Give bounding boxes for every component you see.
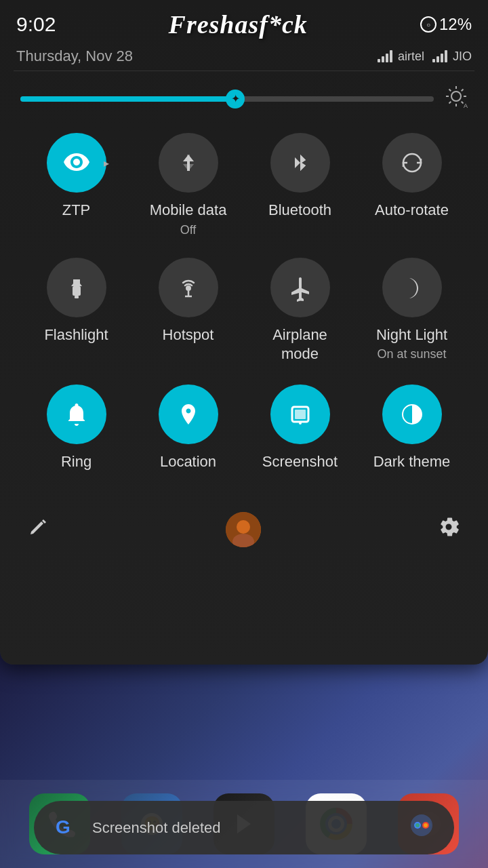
- google-icon: G: [54, 814, 81, 842]
- tiles-row-1: ▸ ZTP Mobile data Off: [20, 133, 468, 237]
- tile-ring-circle[interactable]: [47, 384, 106, 444]
- svg-rect-16: [295, 410, 306, 419]
- tile-ztp-circle[interactable]: ▸: [47, 133, 106, 193]
- tile-location[interactable]: Location: [141, 384, 236, 472]
- airtel-label: airtel: [398, 50, 424, 64]
- tile-hotspot[interactable]: Hotspot: [141, 258, 236, 364]
- svg-point-35: [424, 823, 428, 827]
- svg-point-0: [451, 92, 461, 101]
- tile-nightlight-circle[interactable]: [382, 258, 442, 317]
- svg-point-20: [237, 520, 250, 534]
- brightness-max-icon: A: [445, 85, 468, 113]
- brightness-thumb[interactable]: ✦: [226, 90, 245, 108]
- quick-tiles: ▸ ZTP Mobile data Off: [0, 119, 488, 505]
- tile-screenshot-label: Screenshot: [262, 452, 338, 472]
- brightness-row[interactable]: ✦ A: [0, 71, 488, 119]
- airtel-signal: [378, 50, 392, 62]
- svg-line-5: [449, 90, 451, 92]
- tile-location-label: Location: [160, 452, 216, 472]
- airtel-indicator: airtel: [378, 50, 424, 64]
- tile-auto-rotate-circle[interactable]: [382, 133, 442, 193]
- tile-mobile-data-circle[interactable]: [159, 133, 218, 193]
- tiles-row-2: Flashlight Hotspot: [20, 258, 468, 364]
- svg-point-12: [186, 285, 191, 291]
- tile-nightlight[interactable]: Night Light On at sunset: [365, 258, 460, 364]
- battery-icon: ○: [420, 16, 436, 33]
- svg-point-17: [299, 422, 302, 425]
- date-network-bar: Thursday, Nov 28 airtel JIO: [0, 45, 488, 71]
- tile-flashlight-label: Flashlight: [44, 326, 108, 345]
- battery-percent: 12%: [439, 15, 472, 34]
- svg-line-8: [449, 102, 451, 104]
- network-indicators: airtel JIO: [378, 50, 472, 64]
- svg-rect-11: [75, 296, 79, 298]
- svg-point-31: [411, 814, 432, 836]
- tiles-row-3: Ring Location: [20, 384, 468, 472]
- tile-mobile-data-label: Mobile data: [150, 201, 227, 220]
- tile-dark-theme-label: Dark theme: [373, 452, 451, 472]
- assistant-icon[interactable]: [409, 813, 434, 842]
- toast-notification: G Screenshot deleted: [34, 801, 454, 854]
- brightness-track: ✦: [20, 96, 434, 102]
- tile-hotspot-circle[interactable]: [159, 258, 218, 317]
- toast-text: Screenshot deleted: [92, 819, 221, 837]
- jio-label: JIO: [453, 50, 472, 64]
- brightness-fill: [20, 96, 235, 102]
- svg-rect-10: [73, 286, 81, 296]
- tile-screenshot[interactable]: Screenshot: [253, 384, 348, 472]
- tile-flashlight-circle[interactable]: [47, 258, 106, 317]
- toast-left: G Screenshot deleted: [54, 814, 221, 842]
- brightness-slider[interactable]: ✦: [20, 96, 434, 102]
- tile-dark-theme[interactable]: Dark theme: [365, 384, 460, 472]
- status-logo: Freshasf*ck: [169, 9, 308, 39]
- tile-ring[interactable]: Ring: [29, 384, 124, 472]
- svg-text:G: G: [56, 816, 70, 837]
- tile-location-circle[interactable]: [159, 384, 218, 444]
- tile-ring-label: Ring: [61, 452, 92, 472]
- tile-airplane-label: Airplane mode: [253, 326, 348, 364]
- tile-bluetooth[interactable]: Bluetooth: [253, 133, 348, 237]
- jio-indicator: JIO: [432, 50, 472, 64]
- tile-airplane[interactable]: Airplane mode: [253, 258, 348, 364]
- status-time: 9:02: [16, 13, 56, 36]
- tile-ztp[interactable]: ▸ ZTP: [29, 133, 124, 237]
- tile-ztp-label: ZTP: [62, 201, 91, 220]
- tile-mobile-data-sublabel: Off: [180, 223, 197, 237]
- tile-auto-rotate-label: Auto-rotate: [375, 201, 449, 220]
- user-avatar[interactable]: [226, 512, 261, 547]
- tile-dark-theme-circle[interactable]: [382, 384, 442, 444]
- svg-point-34: [415, 823, 420, 827]
- battery-indicator: ○ 12%: [420, 15, 472, 34]
- svg-line-7: [462, 90, 464, 92]
- edit-button[interactable]: [27, 515, 50, 545]
- notification-shade: 9:02 Freshasf*ck ○ 12% Thursday, Nov 28 …: [0, 0, 488, 665]
- actions-bar: [0, 505, 488, 561]
- tile-screenshot-circle[interactable]: [270, 384, 330, 444]
- tile-auto-rotate[interactable]: Auto-rotate: [365, 133, 460, 237]
- status-bar: 9:02 Freshasf*ck ○ 12%: [0, 0, 488, 45]
- tile-nightlight-sublabel: On at sunset: [377, 347, 446, 361]
- tile-bluetooth-circle[interactable]: [270, 133, 330, 193]
- tile-hotspot-label: Hotspot: [163, 326, 214, 345]
- svg-text:A: A: [464, 102, 468, 108]
- tile-flashlight[interactable]: Flashlight: [29, 258, 124, 364]
- tile-bluetooth-label: Bluetooth: [268, 201, 331, 220]
- settings-button[interactable]: [436, 515, 461, 545]
- tile-nightlight-label: Night Light: [376, 326, 447, 345]
- tile-mobile-data[interactable]: Mobile data Off: [141, 133, 236, 237]
- tile-ztp-arrow: ▸: [104, 157, 109, 170]
- tile-airplane-circle[interactable]: [270, 258, 330, 317]
- date-text: Thursday, Nov 28: [16, 47, 133, 65]
- jio-signal: [432, 50, 447, 62]
